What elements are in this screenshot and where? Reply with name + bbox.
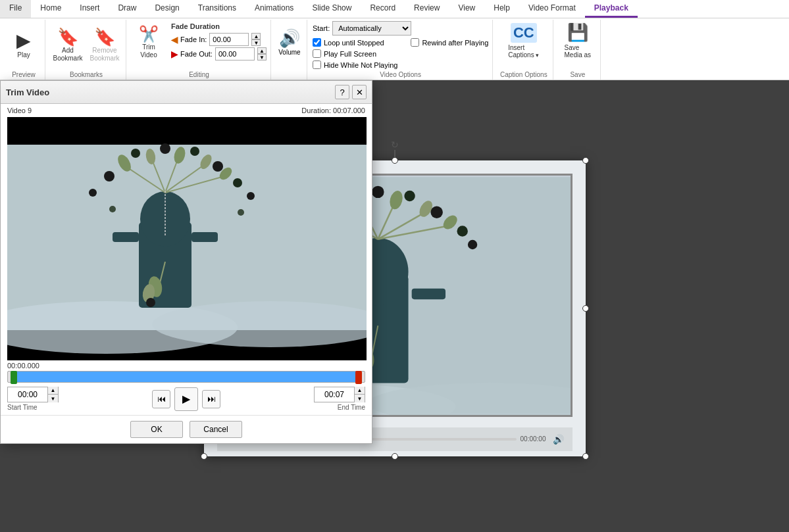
end-time-input-wrap: ▲ ▼	[314, 387, 365, 402]
loop-row: Loop until Stopped	[313, 38, 398, 47]
tab-view[interactable]: View	[449, 0, 484, 18]
checkboxes-right: Rewind after Playing	[411, 38, 488, 69]
volume-label: Volume	[278, 49, 300, 56]
dialog-title: Trim Video	[6, 87, 49, 97]
fade-out-arrow: ▶	[171, 49, 178, 59]
fade-in-spin-up[interactable]: ▲	[251, 33, 261, 39]
trim-video-button[interactable]: ✂️ TrimVideo	[132, 21, 166, 64]
insert-captions-button[interactable]: CC InsertCaptions ▾	[505, 24, 543, 67]
rewind-label: Rewind after Playing	[422, 39, 488, 47]
fade-in-input[interactable]	[209, 33, 249, 46]
cancel-button[interactable]: Cancel	[190, 421, 242, 438]
play-icon: ▶	[16, 32, 31, 50]
tab-record[interactable]: Record	[361, 0, 405, 18]
start-select[interactable]: Automatically On Click	[332, 21, 411, 36]
svg-rect-0	[7, 117, 367, 145]
fade-out-row: ▶ Fade Out: ▲ ▼	[171, 47, 267, 60]
svg-point-33	[146, 298, 155, 307]
video-thumbnail-svg	[7, 117, 367, 360]
start-row: Start: Automatically On Click	[313, 21, 411, 36]
checkboxes-left: Loop until Stopped Play Full Screen Hide…	[313, 38, 398, 69]
dialog-controls: ▲ ▼ Start Time ⏮ ▶ ⏭	[1, 383, 372, 415]
fade-in-spinner[interactable]: ▲ ▼	[251, 33, 261, 46]
prev-frame-button[interactable]: ⏮	[152, 390, 170, 408]
resize-handle-br[interactable]	[582, 453, 589, 460]
tab-slideshow[interactable]: Slide Show	[303, 0, 361, 18]
volume-icon: 🔊	[279, 28, 300, 49]
tab-animations[interactable]: Animations	[245, 0, 303, 18]
play-button[interactable]: ▶ Play	[7, 24, 41, 67]
start-time-spin-up[interactable]: ▲	[47, 387, 58, 395]
fade-in-label: Fade In:	[180, 36, 207, 43]
tab-home[interactable]: Home	[31, 0, 70, 18]
start-time-spinner[interactable]: ▲ ▼	[47, 387, 58, 402]
svg-point-56	[457, 226, 467, 236]
add-bookmark-icon: 🔖	[57, 28, 78, 45]
fade-out-spinner[interactable]: ▲ ▼	[257, 47, 267, 60]
save-media-button[interactable]: 💾 SaveMedia as	[559, 24, 596, 67]
start-time-input[interactable]	[8, 390, 47, 399]
fade-in-row: ◀ Fade In: ▲ ▼	[171, 33, 267, 46]
svg-point-55	[430, 206, 442, 218]
rewind-checkbox[interactable]	[411, 38, 419, 47]
start-time-label: Start Time	[7, 404, 38, 411]
resize-handle-bm[interactable]	[392, 453, 398, 460]
resize-handle-tm[interactable]	[392, 157, 398, 164]
rotate-handle[interactable]: ↻	[390, 139, 400, 150]
remove-bookmark-button[interactable]: 🔖 RemoveBookmark	[88, 24, 122, 67]
end-time-input[interactable]	[315, 390, 354, 399]
tab-video-format[interactable]: Video Format	[519, 0, 585, 18]
dialog-overlay: Trim Video ? ✕ Video 9 Duration: 00:07.0…	[0, 80, 372, 444]
svg-point-27	[109, 206, 116, 212]
play-pause-button[interactable]: ▶	[174, 387, 198, 411]
add-bookmark-label: AddBookmark	[53, 47, 82, 62]
svg-point-53	[372, 185, 384, 197]
ok-button[interactable]: OK	[130, 421, 183, 438]
dialog-help-button[interactable]: ?	[335, 85, 349, 99]
timeline-bar[interactable]	[7, 371, 365, 383]
captions-icon: CC	[511, 23, 537, 43]
end-time-spin-up[interactable]: ▲	[354, 387, 365, 395]
svg-point-19	[104, 171, 115, 181]
video-preview	[7, 117, 367, 360]
start-time-group: ▲ ▼ Start Time	[7, 387, 59, 411]
dialog-close-button[interactable]: ✕	[352, 85, 367, 99]
fade-out-input[interactable]	[215, 47, 255, 60]
hide-checkbox[interactable]	[313, 60, 321, 69]
fade-in-spin-down[interactable]: ▼	[251, 39, 261, 46]
fade-section: Fade Duration ◀ Fade In: ▲ ▼ ▶ Fade Out:	[171, 21, 267, 60]
fade-out-spin-up[interactable]: ▲	[257, 47, 267, 54]
save-group-label: Save	[555, 71, 600, 78]
dialog-titlebar: Trim Video ? ✕	[1, 81, 372, 104]
tab-design[interactable]: Design	[145, 0, 188, 18]
tab-help[interactable]: Help	[484, 0, 519, 18]
resize-handle-tr[interactable]	[582, 157, 589, 164]
play-full-screen-checkbox[interactable]	[313, 49, 321, 58]
start-time-spin-down[interactable]: ▼	[47, 395, 58, 402]
end-time-spin-down[interactable]: ▼	[354, 395, 365, 402]
end-time-spinner[interactable]: ▲ ▼	[354, 387, 365, 402]
playback-controls: ⏮ ▶ ⏭	[152, 387, 220, 411]
timeline-end-handle[interactable]	[355, 371, 362, 384]
slide-volume-button[interactable]: 🔊	[550, 431, 567, 448]
add-bookmark-button[interactable]: 🔖 AddBookmark	[51, 24, 85, 67]
next-frame-button[interactable]: ⏭	[202, 390, 220, 408]
tab-review[interactable]: Review	[405, 0, 449, 18]
dialog-video-name: Video 9	[7, 107, 32, 114]
volume-button[interactable]: 🔊 Volume	[276, 26, 303, 65]
ribbon-body: ▶ Play Preview 🔖 AddBookmark 🔖 RemoveBoo…	[0, 18, 789, 80]
remove-bookmark-label: RemoveBookmark	[89, 47, 119, 62]
tab-draw[interactable]: Draw	[109, 0, 145, 18]
tab-file[interactable]: File	[0, 0, 31, 18]
tab-insert[interactable]: Insert	[70, 0, 109, 18]
resize-handle-mr[interactable]	[582, 305, 589, 312]
timeline-start-handle[interactable]	[11, 371, 17, 384]
loop-checkbox[interactable]	[313, 38, 321, 47]
ribbon-group-save: 💾 SaveMedia as Save	[555, 20, 601, 80]
tab-playback[interactable]: Playback	[585, 0, 638, 18]
ribbon-group-bookmarks: 🔖 AddBookmark 🔖 RemoveBookmark Bookmarks	[47, 20, 126, 80]
resize-handle-bl[interactable]	[201, 453, 207, 460]
trim-video-label: TrimVideo	[140, 43, 157, 59]
tab-transitions[interactable]: Transitions	[189, 0, 245, 18]
fade-out-spin-down[interactable]: ▼	[257, 54, 267, 60]
